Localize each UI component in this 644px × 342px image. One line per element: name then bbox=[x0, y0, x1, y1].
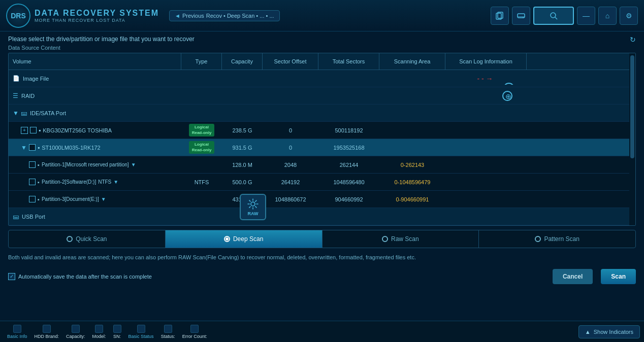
nav-breadcrumb[interactable]: ◄ Previous Recov • Deep Scan • ... • ... bbox=[169, 10, 280, 21]
drive1-collapse-icon[interactable]: ▼ bbox=[21, 144, 27, 151]
pattern-scan-radio bbox=[535, 236, 541, 242]
partition2-total-sectors: 1048596480 bbox=[318, 177, 379, 187]
sn-icon bbox=[113, 325, 121, 333]
ide-collapse-icon[interactable]: ▼ bbox=[13, 110, 19, 117]
status-label: Status: bbox=[161, 334, 175, 339]
drive-0-row[interactable]: + ▪ KBG30ZMT256G TOSHIBA LogicalRead-onl… bbox=[9, 122, 635, 139]
bottom-indicators: Basic Info HDD Brand: Capacity: Model: S… bbox=[4, 325, 578, 339]
drive-1-row[interactable]: ▼ ▪ ST1000LM035-1RK172 LogicalRead-only … bbox=[9, 139, 635, 156]
drive1-label: ST1000LM035-1RK172 bbox=[42, 145, 101, 151]
scrollbar-thumb[interactable] bbox=[630, 55, 634, 158]
up-arrow-icon: ▲ bbox=[585, 329, 591, 335]
scrollbar-track[interactable] bbox=[629, 53, 635, 225]
drive1-checkbox[interactable] bbox=[29, 144, 36, 151]
basic-status-label: Basic Status bbox=[128, 334, 154, 339]
scan-button[interactable]: Scan bbox=[601, 269, 636, 284]
usb-port-row[interactable]: 🖴 USB Port bbox=[9, 208, 635, 225]
prev-arrow-icon: ◄ bbox=[175, 13, 180, 19]
partition-1-row[interactable]: ▪ Partition-1[Microsoft reserved partiti… bbox=[9, 156, 635, 174]
error-count-label: Error Count: bbox=[182, 334, 207, 339]
svg-point-5 bbox=[551, 13, 556, 18]
capacity-icon bbox=[72, 325, 80, 333]
drive0-checkbox[interactable] bbox=[30, 127, 37, 133]
copy-button[interactable] bbox=[491, 7, 509, 25]
partition2-icon: ▪ bbox=[38, 179, 40, 185]
minimize-button[interactable]: — bbox=[577, 7, 595, 25]
image-file-row[interactable]: 📄 Image File - - → ⊕ bbox=[9, 70, 635, 87]
bottom-bar: Basic Info HDD Brand: Capacity: Model: S… bbox=[0, 321, 644, 342]
svg-point-7 bbox=[251, 202, 255, 206]
col-scan-log: Scan Log Information bbox=[445, 53, 527, 70]
partition3-sector-offset: 1048860672 bbox=[263, 194, 318, 204]
partition3-dropdown-icon[interactable]: ▼ bbox=[101, 196, 106, 202]
hdd-brand-label: HDD Brand: bbox=[35, 334, 59, 339]
drive-button[interactable] bbox=[512, 7, 530, 25]
breadcrumb-path: Recov • Deep Scan • ... • ... bbox=[206, 13, 274, 19]
col-volume: Volume bbox=[9, 53, 181, 70]
partition2-dropdown-icon[interactable]: ▼ bbox=[113, 179, 118, 185]
drive1-badge: LogicalRead-only bbox=[189, 141, 215, 154]
status-icon bbox=[164, 325, 172, 333]
pattern-scan-option[interactable]: Pattern Scan bbox=[479, 230, 635, 248]
deep-scan-option[interactable]: Deep Scan bbox=[166, 230, 323, 248]
svg-point-4 bbox=[523, 17, 524, 18]
partition2-ntfs: NTFS bbox=[181, 177, 222, 187]
drive0-label: KBG30ZMT256G TOSHIBA bbox=[43, 127, 112, 133]
raw-scan-radio bbox=[382, 236, 388, 242]
home-button[interactable]: ⌂ bbox=[598, 7, 617, 25]
logo-icon: DRS bbox=[6, 4, 30, 28]
raw-scan-popup[interactable]: RAW bbox=[240, 194, 266, 220]
partition1-sector-offset: 2048 bbox=[263, 160, 318, 170]
partition2-checkbox[interactable] bbox=[29, 179, 36, 185]
partition1-total-sectors: 262144 bbox=[318, 160, 379, 170]
partition3-label: Partition-3[Document(E:)] bbox=[42, 196, 99, 202]
usb-icon: 🖴 bbox=[13, 213, 19, 220]
drive0-expand-icon[interactable]: + bbox=[21, 127, 28, 134]
logo-area: DRS DATA RECOVERY SYSTEM MORE THAN RECOV… bbox=[6, 4, 159, 28]
hdd-brand-icon bbox=[43, 325, 51, 333]
drive-table: Volume Type Capacity Sector Offset Total… bbox=[8, 53, 636, 226]
partition1-label: Partition-1[Microsoft reserved partition… bbox=[42, 162, 129, 167]
raw-gear-icon bbox=[247, 198, 259, 210]
capacity-label: Capacity: bbox=[66, 334, 85, 339]
quick-scan-option[interactable]: Quick Scan bbox=[9, 230, 166, 248]
main-content: Please select the drive/partition or ima… bbox=[0, 31, 644, 288]
image-file-add-btn[interactable]: ⊕ bbox=[503, 83, 514, 85]
raw-scan-option[interactable]: Raw Scan bbox=[323, 230, 479, 248]
col-capacity: Capacity bbox=[222, 53, 263, 70]
partition3-total-sectors: 904660992 bbox=[318, 194, 379, 204]
search-button[interactable] bbox=[533, 7, 574, 25]
raid-row[interactable]: ☰ RAID ⊕ bbox=[9, 87, 635, 105]
partition3-checkbox[interactable] bbox=[29, 196, 36, 202]
scan-section: Quick Scan Deep Scan Raw Scan Pattern Sc… bbox=[8, 230, 636, 284]
partition1-checkbox[interactable] bbox=[29, 161, 36, 168]
refresh-icon[interactable]: ↻ bbox=[630, 36, 636, 44]
partition-2-row[interactable]: ▪ Partition-2[Software(D:)] NTFS ▼ NTFS … bbox=[9, 174, 635, 191]
ide-icon: 🖴 bbox=[21, 110, 27, 117]
partition1-dropdown-icon[interactable]: ▼ bbox=[131, 162, 136, 167]
col-sector-offset: Sector Offset bbox=[263, 53, 318, 70]
auto-save-checkbox-label[interactable]: Automatically save the data after the sc… bbox=[8, 273, 152, 280]
basic-info-icon bbox=[13, 325, 21, 333]
auto-save-checkbox[interactable] bbox=[8, 273, 15, 280]
drive0-capacity: 238.5 G bbox=[222, 125, 263, 135]
cancel-button[interactable]: Cancel bbox=[553, 269, 593, 284]
drive0-badge: LogicalRead-only bbox=[189, 124, 215, 136]
status-indicator: Status: bbox=[158, 325, 178, 339]
drive1-hdd-icon: ▪ bbox=[38, 144, 40, 151]
ide-sata-row[interactable]: ▼ 🖴 IDE/SATA Port bbox=[9, 105, 635, 122]
model-label: Model: bbox=[92, 334, 106, 339]
drive1-capacity: 931.5 G bbox=[222, 143, 263, 153]
basic-status-indicator: Basic Status bbox=[125, 325, 157, 339]
data-source-label: Data Source Content bbox=[8, 45, 195, 51]
partition-3-row[interactable]: ▪ Partition-3[Document(E:)] ▼ 431.4 G 10… bbox=[9, 191, 635, 208]
partition2-type: NTFS bbox=[98, 179, 111, 185]
hdd-brand-indicator: HDD Brand: bbox=[31, 325, 62, 339]
raid-add-btn[interactable]: ⊕ bbox=[502, 91, 512, 101]
show-indicators-button[interactable]: ▲ Show Indicators bbox=[578, 325, 640, 338]
drive1-sector-offset: 0 bbox=[263, 143, 318, 153]
settings-button[interactable]: ⚙ bbox=[620, 7, 638, 25]
col-type: Type bbox=[181, 53, 222, 70]
pattern-scan-label: Pattern Scan bbox=[544, 235, 579, 243]
usb-port-label: USB Port bbox=[22, 214, 45, 220]
